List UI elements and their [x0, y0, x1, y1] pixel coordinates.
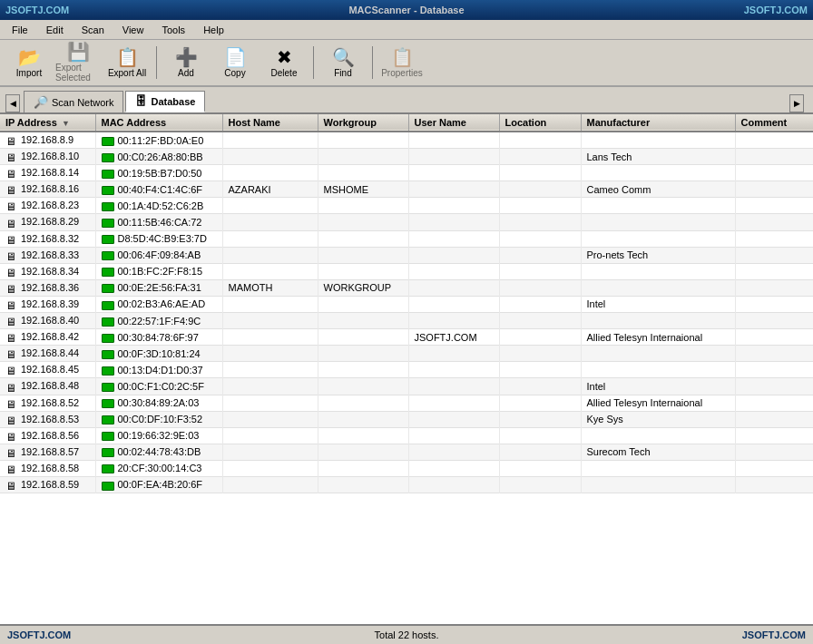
cell-mac: D8:5D:4C:B9:E3:7D: [95, 230, 222, 247]
col-header-manufacturer[interactable]: Manufacturer: [581, 114, 735, 132]
cell-workgroup: [318, 230, 408, 247]
table-row[interactable]: 🖥192.168.8.4200:30:84:78:6F:97JSOFTJ.COM…: [0, 329, 813, 346]
cell-mac: 00:40:F4:C1:4C:6F: [95, 181, 222, 198]
cell-mac: 00:13:D4:D1:D0:37: [95, 362, 222, 378]
col-header-comment[interactable]: Comment: [735, 114, 813, 132]
properties-button[interactable]: 📋 Properties: [378, 43, 426, 83]
delete-button[interactable]: ✖ Delete: [260, 43, 308, 83]
cell-user: [408, 263, 499, 279]
table-row[interactable]: 🖥192.168.8.1400:19:5B:B7:D0:50: [0, 165, 813, 181]
table-row[interactable]: 🖥192.168.8.4800:0C:F1:C0:2C:5FIntel: [0, 378, 813, 395]
cell-user: [408, 149, 499, 165]
col-header-location[interactable]: Location: [499, 114, 581, 132]
col-header-workgroup[interactable]: Workgroup: [318, 114, 408, 132]
menu-help[interactable]: Help: [195, 22, 232, 38]
table-container[interactable]: IP Address ▼ MAC Address Host Name Workg…: [0, 114, 813, 624]
export-all-button[interactable]: 📋 Export All: [103, 43, 151, 83]
toolbar: 📂 Import 💾 Export Selected 📋 Export All …: [0, 40, 813, 87]
cell-mac: 00:02:B3:A6:AE:AD: [95, 296, 222, 312]
table-row[interactable]: 🖥192.168.8.5700:02:44:78:43:DBSurecom Te…: [0, 444, 813, 460]
tab-nav-left[interactable]: ◀: [5, 94, 20, 112]
mac-icon: [102, 350, 114, 359]
cell-workgroup: [318, 378, 408, 395]
cell-manufacturer: Pro-nets Tech: [581, 247, 735, 263]
table-row[interactable]: 🖥192.168.8.2300:1A:4D:52:C6:2B: [0, 198, 813, 214]
delete-icon: ✖: [277, 48, 292, 66]
table-row[interactable]: 🖥192.168.8.4400:0F:3D:10:81:24: [0, 346, 813, 362]
cell-user: [408, 362, 499, 378]
cell-host: [222, 411, 318, 427]
cell-comment: [735, 460, 813, 476]
mac-icon: [102, 235, 114, 244]
cell-host: [222, 230, 318, 247]
cell-location: [499, 296, 581, 312]
col-header-mac[interactable]: MAC Address: [95, 114, 222, 132]
menu-view[interactable]: View: [114, 22, 152, 38]
table-row[interactable]: 🖥192.168.8.4500:13:D4:D1:D0:37: [0, 362, 813, 378]
cell-manufacturer: Cameo Comm: [581, 181, 735, 198]
table-row[interactable]: 🖥192.168.8.5300:C0:DF:10:F3:52Kye Sys: [0, 411, 813, 427]
table-row[interactable]: 🖥192.168.8.3400:1B:FC:2F:F8:15: [0, 263, 813, 279]
cell-mac: 00:11:5B:46:CA:72: [95, 214, 222, 230]
table-row[interactable]: 🖥192.168.8.3900:02:B3:A6:AE:ADIntel: [0, 296, 813, 312]
cell-host: [222, 247, 318, 263]
tab-database[interactable]: 🗄 Database: [125, 91, 205, 112]
mac-icon: [102, 383, 114, 392]
toolbar-separator-1: [156, 46, 157, 79]
export-all-label: Export All: [108, 68, 146, 78]
cell-workgroup: [318, 214, 408, 230]
cell-workgroup: [318, 198, 408, 214]
cell-user: JSOFTJ.COM: [408, 329, 499, 346]
table-row[interactable]: 🖥192.168.8.5900:0F:EA:4B:20:6F: [0, 476, 813, 493]
cell-user: [408, 198, 499, 214]
network-icon: 🖥: [5, 250, 18, 261]
find-button[interactable]: 🔍 Find: [319, 43, 367, 83]
cell-manufacturer: [581, 263, 735, 279]
cell-host: [222, 395, 318, 411]
col-header-ip[interactable]: IP Address ▼: [0, 114, 95, 132]
export-selected-button[interactable]: 💾 Export Selected: [54, 43, 102, 83]
table-row[interactable]: 🖥192.168.8.5200:30:84:89:2A:03Allied Tel…: [0, 395, 813, 411]
menu-file[interactable]: File: [4, 22, 36, 38]
cell-mac: 00:C0:DF:10:F3:52: [95, 411, 222, 427]
cell-workgroup: [318, 247, 408, 263]
table-row[interactable]: 🖥192.168.8.1600:40:F4:C1:4C:6FAZARAKIMSH…: [0, 181, 813, 198]
cell-comment: [735, 198, 813, 214]
mac-icon: [102, 219, 114, 228]
cell-location: [499, 427, 581, 444]
table-row[interactable]: 🖥192.168.8.32D8:5D:4C:B9:E3:7D: [0, 230, 813, 247]
table-row[interactable]: 🖥192.168.8.900:11:2F:BD:0A:E0: [0, 132, 813, 149]
table-row[interactable]: 🖥192.168.8.5600:19:66:32:9E:03: [0, 427, 813, 444]
cell-location: [499, 346, 581, 362]
col-header-host[interactable]: Host Name: [222, 114, 318, 132]
table-row[interactable]: 🖥192.168.8.3600:0E:2E:56:FA:31MAMOTHWORK…: [0, 279, 813, 296]
toolbar-separator-3: [372, 46, 373, 79]
col-header-user[interactable]: User Name: [408, 114, 499, 132]
cell-ip: 🖥192.168.8.36: [0, 279, 95, 296]
table-row[interactable]: 🖥192.168.8.4000:22:57:1F:F4:9C: [0, 313, 813, 329]
copy-button[interactable]: 📄 Copy: [211, 43, 259, 83]
table-row[interactable]: 🖥192.168.8.2900:11:5B:46:CA:72: [0, 214, 813, 230]
cell-comment: [735, 476, 813, 493]
cell-host: [222, 362, 318, 378]
cell-manufacturer: Lans Tech: [581, 149, 735, 165]
menu-scan[interactable]: Scan: [73, 22, 113, 38]
cell-host: [222, 263, 318, 279]
mac-icon: [102, 284, 114, 293]
tab-scan-network[interactable]: 🔎 Scan Network: [24, 91, 123, 112]
mac-icon: [102, 153, 114, 162]
cell-comment: [735, 378, 813, 395]
cell-location: [499, 411, 581, 427]
add-button[interactable]: ➕ Add: [162, 43, 210, 83]
table-row[interactable]: 🖥192.168.8.1000:C0:26:A8:80:BBLans Tech: [0, 149, 813, 165]
properties-label: Properties: [381, 68, 423, 78]
table-row[interactable]: 🖥192.168.8.3300:06:4F:09:84:ABPro-nets T…: [0, 247, 813, 263]
menu-edit[interactable]: Edit: [38, 22, 72, 38]
tab-nav-right[interactable]: ▶: [789, 94, 804, 112]
cell-ip: 🖥192.168.8.59: [0, 476, 95, 493]
menu-tools[interactable]: Tools: [153, 22, 193, 38]
status-brand-right: JSOFTJ.COM: [742, 629, 806, 640]
cell-ip: 🖥192.168.8.57: [0, 444, 95, 460]
table-row[interactable]: 🖥192.168.8.5820:CF:30:00:14:C3: [0, 460, 813, 476]
import-button[interactable]: 📂 Import: [5, 43, 53, 83]
